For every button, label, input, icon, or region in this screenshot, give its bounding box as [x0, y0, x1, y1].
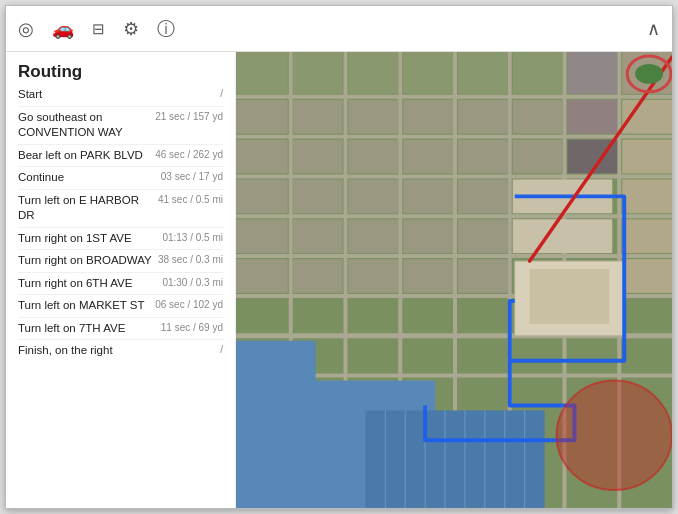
- route-item-4[interactable]: Turn right on 1ST AVE 01:13 / 0.5 mi: [18, 228, 223, 251]
- start-meta: /: [158, 87, 223, 99]
- route-meta-0: 21 sec / 157 yd: [155, 110, 223, 122]
- route-instruction-6: Turn right on 6TH AVE: [18, 276, 158, 292]
- route-instruction-1: Bear left on PARK BLVD: [18, 148, 155, 164]
- sidebar-title: Routing: [18, 62, 223, 82]
- route-instruction-7: Turn left on MARKET ST: [18, 298, 155, 314]
- route-meta-4: 01:13 / 0.5 mi: [158, 231, 223, 243]
- car-icon[interactable]: 🚗: [52, 18, 74, 40]
- route-meta-7: 06 sec / 102 yd: [155, 298, 223, 310]
- route-item-3[interactable]: Turn left on E HARBOR DR 41 sec / 0.5 mi: [18, 190, 223, 228]
- route-item-1[interactable]: Bear left on PARK BLVD 46 sec / 262 yd: [18, 145, 223, 168]
- route-item-2[interactable]: Continue 03 sec / 17 yd: [18, 167, 223, 190]
- route-item-9[interactable]: Finish, on the right /: [18, 340, 223, 362]
- route-meta-6: 01:30 / 0.3 mi: [158, 276, 223, 288]
- route-instruction-8: Turn left on 7TH AVE: [18, 321, 158, 337]
- app-container: ◎ 🚗 ⊟ ⚙ ⓘ ∧ Routing Start / Go southeast…: [5, 5, 673, 509]
- route-instruction-3: Turn left on E HARBOR DR: [18, 193, 158, 224]
- transit-icon[interactable]: ⊟: [92, 20, 105, 38]
- top-bar: ◎ 🚗 ⊟ ⚙ ⓘ ∧: [6, 6, 672, 52]
- route-meta-1: 46 sec / 262 yd: [155, 148, 223, 160]
- route-meta-5: 38 sec / 0.3 mi: [158, 253, 223, 265]
- route-meta-2: 03 sec / 17 yd: [158, 170, 223, 182]
- route-item-0[interactable]: Go southeast on CONVENTION WAY 21 sec / …: [18, 107, 223, 145]
- start-label: Start: [18, 87, 158, 103]
- info-icon[interactable]: ⓘ: [157, 17, 175, 41]
- settings-icon[interactable]: ⚙: [123, 18, 139, 40]
- route-start: Start /: [18, 84, 223, 107]
- route-item-7[interactable]: Turn left on MARKET ST 06 sec / 102 yd: [18, 295, 223, 318]
- map-background: [236, 52, 672, 508]
- map-area[interactable]: [236, 52, 672, 508]
- route-instruction-9: Finish, on the right: [18, 343, 158, 359]
- route-item-8[interactable]: Turn left on 7TH AVE 11 sec / 69 yd: [18, 318, 223, 341]
- routing-sidebar: Routing Start / Go southeast on CONVENTI…: [6, 52, 236, 508]
- route-instruction-2: Continue: [18, 170, 158, 186]
- location-icon[interactable]: ◎: [18, 18, 34, 40]
- route-meta-3: 41 sec / 0.5 mi: [158, 193, 223, 205]
- route-instruction-0: Go southeast on CONVENTION WAY: [18, 110, 155, 141]
- route-meta-8: 11 sec / 69 yd: [158, 321, 223, 333]
- chevron-up-icon[interactable]: ∧: [647, 18, 660, 40]
- route-item-6[interactable]: Turn right on 6TH AVE 01:30 / 0.3 mi: [18, 273, 223, 296]
- route-item-5[interactable]: Turn right on BROADWAY 38 sec / 0.3 mi: [18, 250, 223, 273]
- route-meta-9: /: [158, 343, 223, 355]
- route-instruction-4: Turn right on 1ST AVE: [18, 231, 158, 247]
- route-instruction-5: Turn right on BROADWAY: [18, 253, 158, 269]
- main-content: Routing Start / Go southeast on CONVENTI…: [6, 52, 672, 508]
